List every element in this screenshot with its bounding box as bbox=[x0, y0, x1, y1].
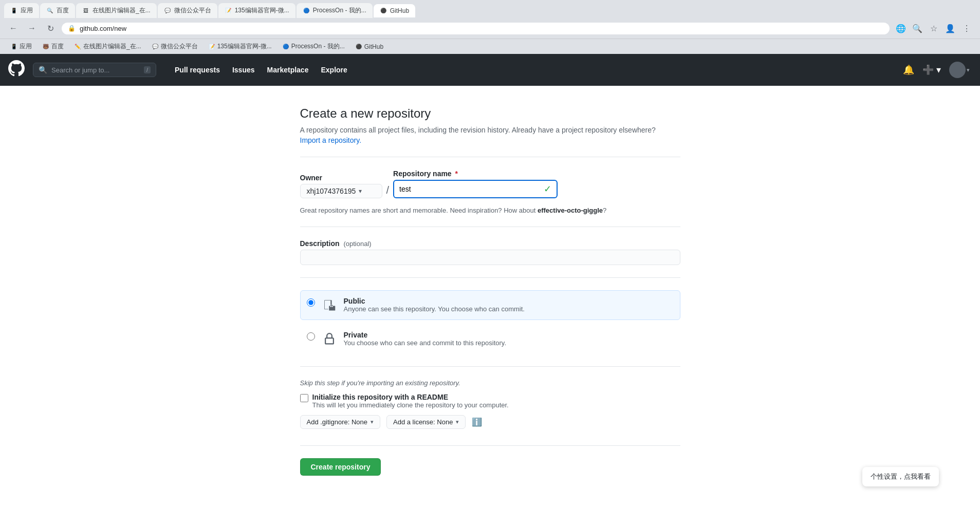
repo-name-group: Repository name * ✓ bbox=[393, 170, 558, 198]
bookmark-img-editor[interactable]: ✏️ 在线图片编辑器_在... bbox=[70, 41, 145, 52]
valid-checkmark-icon: ✓ bbox=[544, 183, 551, 195]
page-title: Create a new repository bbox=[300, 106, 680, 121]
tab-img-editor[interactable]: 🖼 在线图片编辑器_在... bbox=[76, 3, 157, 18]
main-content: Create a new repository A repository con… bbox=[0, 86, 980, 507]
search-icon: 🔍 bbox=[39, 66, 47, 74]
init-option: Initialize this repository with a README… bbox=[300, 393, 680, 409]
translate-icon[interactable]: 🌐 bbox=[894, 21, 908, 35]
address-bar[interactable]: 🔒 github.com/new bbox=[62, 23, 890, 34]
owner-repo-row: Owner xhj1074376195 ▾ / Repository name … bbox=[300, 170, 680, 198]
menu-icon[interactable]: ⋮ bbox=[959, 21, 974, 35]
bookmarks-bar: 📱 应用 🐻 百度 ✏️ 在线图片编辑器_在... 💬 微信公众平台 📝 135… bbox=[0, 39, 980, 54]
license-chevron-icon: ▾ bbox=[456, 419, 459, 425]
nav-issues[interactable]: Issues bbox=[226, 62, 261, 78]
public-desc: Anyone can see this repository. You choo… bbox=[344, 305, 674, 313]
owner-chevron-icon: ▾ bbox=[359, 187, 362, 195]
bookmark-processon[interactable]: 🔵 ProcessOn - 我的... bbox=[278, 41, 349, 52]
page-subtitle: A repository contains all project files,… bbox=[300, 126, 680, 134]
gitignore-label: Add .gitignore: None bbox=[307, 418, 368, 426]
star-icon[interactable]: ☆ bbox=[927, 21, 941, 35]
github-navbar: 🔍 Search or jump to... / Pull requests I… bbox=[0, 54, 980, 86]
nav-marketplace[interactable]: Marketplace bbox=[261, 62, 315, 78]
github-logo[interactable] bbox=[8, 60, 25, 80]
owner-label: Owner bbox=[300, 174, 382, 182]
nav-right: 🔔 ➕ ▾ ▾ bbox=[901, 60, 972, 80]
create-repository-button[interactable]: Create repository bbox=[300, 458, 381, 476]
forward-button[interactable]: → bbox=[25, 21, 39, 35]
135-favicon: 📝 bbox=[208, 43, 215, 50]
nav-explore[interactable]: Explore bbox=[315, 62, 353, 78]
repo-name-input-wrapper[interactable]: ✓ bbox=[393, 180, 558, 198]
public-content: Public Anyone can see this repository. Y… bbox=[344, 297, 674, 313]
bookmark-baidu[interactable]: 🐻 百度 bbox=[38, 41, 68, 52]
info-icon[interactable]: ℹ️ bbox=[472, 417, 482, 427]
gitignore-dropdown[interactable]: Add .gitignore: None ▾ bbox=[300, 415, 381, 429]
bookmark-wechat[interactable]: 💬 微信公众平台 bbox=[147, 41, 202, 52]
profile-icon[interactable]: 👤 bbox=[943, 21, 957, 35]
divider-1 bbox=[300, 157, 680, 157]
create-section: Create repository bbox=[300, 445, 680, 476]
bell-icon[interactable]: 🔔 bbox=[901, 62, 916, 78]
bookmark-apps[interactable]: 📱 应用 bbox=[6, 41, 36, 52]
wechat-favicon: 💬 bbox=[152, 43, 159, 50]
user-avatar bbox=[949, 62, 966, 78]
search-placeholder: Search or jump to... bbox=[51, 66, 140, 74]
init-content: Initialize this repository with a README… bbox=[312, 393, 509, 409]
address-text: github.com/new bbox=[80, 25, 883, 32]
description-label-text: Description bbox=[300, 239, 340, 248]
back-button[interactable]: ← bbox=[6, 21, 21, 35]
bookmark-135[interactable]: 📝 135编辑器官网-微... bbox=[204, 41, 276, 52]
divider-3 bbox=[300, 277, 680, 278]
lock-icon: 🔒 bbox=[68, 25, 76, 32]
divider-4 bbox=[300, 366, 680, 367]
private-desc: You choose who can see and commit to thi… bbox=[344, 339, 674, 347]
public-title: Public bbox=[344, 297, 674, 305]
avatar-menu[interactable]: ▾ bbox=[947, 60, 972, 80]
tab-app[interactable]: 📱 应用 bbox=[4, 3, 39, 18]
tab-github[interactable]: ⚫ GitHub bbox=[374, 4, 415, 17]
hint-text: Great repository names are short and mem… bbox=[300, 206, 680, 214]
private-option: Private You choose who can see and commi… bbox=[300, 324, 680, 354]
browser-chrome: 📱 应用 🔍 百度 🖼 在线图片编辑器_在... 💬 微信公众平台 📝 135编… bbox=[0, 0, 980, 54]
init-title: Initialize this repository with a README bbox=[312, 393, 509, 401]
gitignore-chevron-icon: ▾ bbox=[371, 419, 374, 425]
description-input[interactable] bbox=[300, 250, 680, 265]
lock-icon bbox=[321, 331, 338, 347]
repo-name-field[interactable] bbox=[399, 185, 541, 193]
search-bar[interactable]: 🔍 Search or jump to... / bbox=[33, 63, 156, 77]
popup-text: 个性设置，点我看看 bbox=[871, 473, 931, 480]
tab-baidu[interactable]: 🔍 百度 bbox=[40, 3, 75, 18]
tab-editor135[interactable]: 📝 135编辑器官网-微... bbox=[218, 3, 295, 18]
search-toolbar-icon[interactable]: 🔍 bbox=[910, 21, 924, 35]
public-option: Public Anyone can see this repository. Y… bbox=[300, 290, 680, 320]
license-dropdown[interactable]: Add a license: None ▾ bbox=[386, 415, 466, 429]
init-checkbox[interactable] bbox=[300, 394, 308, 402]
hint-suggestion: effective-octo-giggle bbox=[538, 206, 603, 214]
apps-favicon: 📱 bbox=[10, 43, 17, 50]
refresh-button[interactable]: ↻ bbox=[43, 21, 58, 35]
tab-processon[interactable]: 🔵 ProcessOn - 我的... bbox=[297, 3, 373, 18]
description-label-row: Description (optional) bbox=[300, 239, 680, 248]
tab-bar: 📱 应用 🔍 百度 🖼 在线图片编辑器_在... 💬 微信公众平台 📝 135编… bbox=[0, 0, 980, 18]
book-icon bbox=[321, 297, 338, 313]
private-title: Private bbox=[344, 331, 674, 339]
separator: / bbox=[386, 184, 390, 198]
browser-toolbar: ← → ↻ 🔒 github.com/new 🌐 🔍 ☆ 👤 ⋮ bbox=[0, 18, 980, 39]
skip-text: Skip this step if you're importing an ex… bbox=[300, 379, 680, 387]
img-editor-favicon: ✏️ bbox=[74, 43, 81, 50]
description-optional: (optional) bbox=[343, 240, 371, 248]
nav-links: Pull requests Issues Marketplace Explore bbox=[169, 62, 354, 78]
private-radio[interactable] bbox=[307, 332, 315, 341]
public-radio[interactable] bbox=[307, 298, 315, 307]
bottom-right-popup[interactable]: 个性设置，点我看看 bbox=[862, 467, 939, 486]
description-group: Description (optional) bbox=[300, 239, 680, 265]
divider-2 bbox=[300, 227, 680, 227]
subtitle-text: A repository contains all project files,… bbox=[300, 126, 656, 134]
owner-select[interactable]: xhj1074376195 ▾ bbox=[300, 184, 382, 198]
nav-pull-requests[interactable]: Pull requests bbox=[169, 62, 226, 78]
tab-wechat[interactable]: 💬 微信公众平台 bbox=[158, 3, 217, 18]
owner-group: Owner xhj1074376195 ▾ bbox=[300, 174, 382, 198]
plus-icon[interactable]: ➕ ▾ bbox=[920, 62, 943, 78]
bookmark-github[interactable]: ⚫ GitHub bbox=[351, 42, 387, 52]
import-link[interactable]: Import a repository. bbox=[300, 136, 362, 144]
